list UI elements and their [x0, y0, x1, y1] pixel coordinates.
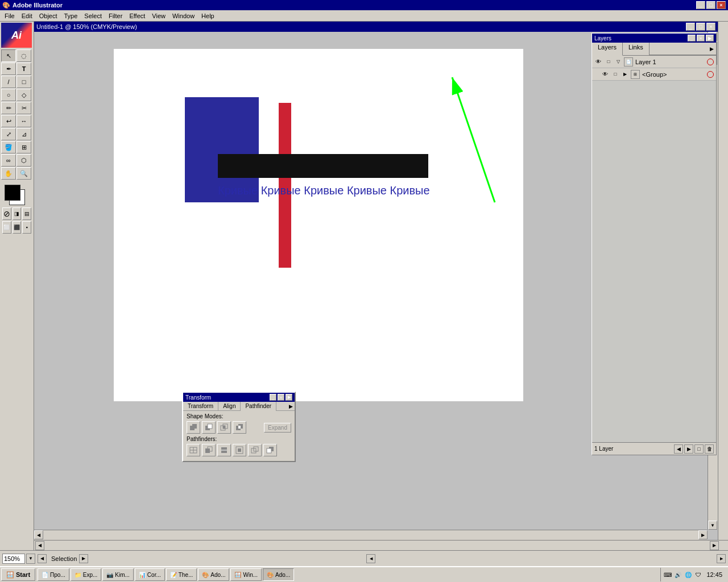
screen-mode2[interactable]: ⬛ [13, 221, 22, 234]
screen-mode[interactable]: ⬜ [2, 221, 11, 234]
layers-menu[interactable]: ▶ [706, 35, 714, 41]
tab-pathfinder[interactable]: Pathfinder [241, 402, 276, 411]
scale-tool[interactable]: ⤢ [1, 128, 16, 140]
taskbar-item-4[interactable]: 📝 The... [166, 568, 197, 581]
pf-menu[interactable]: ▶ [286, 394, 292, 401]
unite-btn[interactable] [187, 421, 200, 434]
tray-icon-0[interactable]: ⌨ [663, 570, 672, 579]
auto-trace-tool[interactable]: ⬡ [16, 154, 31, 167]
layers-minimize[interactable]: _ [688, 35, 696, 41]
taskbar-item-7[interactable]: 🎨 Adо... [263, 568, 294, 581]
hand-tool[interactable]: ✋ [1, 167, 16, 180]
layer-expand-arrow-group[interactable]: ▶ [621, 70, 630, 79]
layer-row-group[interactable]: 👁 □ ▶ ⊞ <Group> [592, 68, 716, 81]
minus-front-btn[interactable] [202, 421, 216, 434]
layers-new[interactable]: □ [694, 444, 704, 454]
taskbar-item-5[interactable]: 🎨 Adо... [198, 568, 229, 581]
minimize-button[interactable]: _ [696, 1, 705, 9]
layer-row-layer1[interactable]: 👁 □ ▽ 📄 Layer 1 [592, 56, 716, 68]
layers-new-layer[interactable]: ◀ [674, 444, 683, 454]
blend-tool[interactable]: ∞ [1, 154, 16, 167]
rect-tool[interactable]: □ [16, 76, 31, 88]
paint-bucket-tool[interactable]: 🪣 [1, 141, 16, 153]
stroke-color-front[interactable] [5, 185, 20, 201]
restore-button[interactable]: □ [706, 1, 715, 9]
trim-btn[interactable] [202, 444, 216, 456]
taskbar-item-1[interactable]: 📁 Exp... [71, 568, 102, 581]
status-prev-btn[interactable]: ◀ [38, 554, 47, 563]
tray-icon-2[interactable]: 🌐 [684, 570, 693, 579]
type-tool[interactable]: T [16, 63, 31, 75]
layers-close[interactable]: × [697, 35, 705, 41]
menu-object[interactable]: Object [36, 11, 61, 20]
layers-delete[interactable]: 🗑 [705, 444, 714, 454]
tab-transform[interactable]: Transform [183, 402, 218, 411]
menu-select[interactable]: Select [81, 11, 105, 20]
menu-filter[interactable]: Filter [105, 11, 126, 20]
tray-icon-3[interactable]: 🛡 [694, 570, 703, 579]
exclude-btn[interactable] [233, 421, 246, 434]
selection-tool[interactable]: ↖ [1, 49, 16, 62]
divide-btn[interactable] [187, 444, 200, 456]
color-mode[interactable]: ◨ [13, 207, 22, 220]
layer-visibility-group[interactable]: 👁 [601, 70, 610, 79]
taskbar-item-0[interactable]: 📄 Про... [38, 568, 69, 581]
menu-help[interactable]: Help [198, 11, 218, 20]
reflect-tool[interactable]: ↔ [16, 115, 31, 127]
rotate-tool[interactable]: ↩ [1, 115, 16, 127]
menu-type[interactable]: Type [61, 11, 81, 20]
shear-tool[interactable]: ⊿ [16, 128, 31, 140]
scroll-down[interactable]: ▼ [708, 521, 717, 530]
mesh-tool[interactable]: ⊞ [16, 141, 31, 153]
polygon-tool[interactable]: ◇ [16, 89, 31, 101]
menu-effect[interactable]: Effect [126, 11, 148, 20]
close-button[interactable]: × [717, 1, 726, 9]
scissors-tool[interactable]: ✂ [16, 102, 31, 114]
menu-file[interactable]: File [1, 11, 18, 20]
taskbar-item-3[interactable]: 📊 Cor... [135, 568, 165, 581]
line-tool[interactable]: / [1, 76, 16, 88]
layer-circle-group[interactable] [707, 71, 714, 78]
pf-close[interactable]: × [278, 394, 284, 401]
scroll-right[interactable]: ▶ [698, 530, 708, 539]
minus-back-btn[interactable] [263, 444, 277, 456]
horizontal-scrollbar[interactable]: ◀ ▶ [34, 530, 708, 540]
taskbar-item-6[interactable]: 🪟 Win... [230, 568, 262, 581]
start-button[interactable]: 🪟 Start [1, 568, 35, 581]
outline-btn[interactable] [248, 444, 262, 456]
zoom-input[interactable] [2, 554, 25, 564]
canvas-scroll-right[interactable]: ▶ [710, 541, 719, 550]
intersect-btn[interactable] [217, 421, 231, 434]
layer-lock-group[interactable]: □ [611, 70, 620, 79]
pf-panel-menu-btn[interactable]: ▶ [287, 402, 295, 411]
layer-circle-layer1[interactable] [707, 59, 714, 65]
menu-view[interactable]: View [148, 11, 169, 20]
status-canvas-scroll-left[interactable]: ◀ [366, 554, 375, 563]
direct-selection-tool[interactable]: ◌ [16, 49, 31, 62]
zoom-tool[interactable]: 🔍 [16, 167, 31, 180]
tray-icon-1[interactable]: 🔊 [673, 570, 682, 579]
layer-visibility-layer1[interactable]: 👁 [594, 57, 603, 66]
pen-tool[interactable]: ✒ [1, 63, 16, 75]
tab-align[interactable]: Align [218, 402, 241, 411]
layers-panel-menu-btn[interactable]: ▶ [707, 43, 716, 55]
taskbar-item-2[interactable]: 📷 Kim... [102, 568, 134, 581]
pencil-tool[interactable]: ✏ [1, 102, 16, 114]
pf-minimize[interactable]: _ [270, 394, 276, 401]
canvas-scroll-left[interactable]: ◀ [35, 541, 44, 550]
gradient-mode[interactable]: ▤ [22, 207, 31, 220]
status-next-btn[interactable]: ▶ [79, 554, 88, 563]
merge-btn[interactable] [217, 444, 231, 456]
tab-links[interactable]: Links [623, 43, 650, 55]
expand-button[interactable]: Expand [264, 423, 291, 433]
tab-layers[interactable]: Layers [592, 43, 623, 56]
status-canvas-scroll-right[interactable]: ▶ [717, 554, 726, 563]
menu-window[interactable]: Window [169, 11, 198, 20]
none-swatch[interactable]: ⊘ [2, 207, 11, 220]
layer-lock-layer1[interactable]: □ [604, 57, 613, 66]
zoom-dropdown[interactable]: ▼ [26, 554, 35, 564]
menu-edit[interactable]: Edit [18, 11, 36, 20]
ellipse-tool[interactable]: ○ [1, 89, 16, 101]
doc-minimize[interactable]: _ [686, 23, 695, 31]
screen-mode3[interactable]: ▪ [22, 221, 31, 234]
